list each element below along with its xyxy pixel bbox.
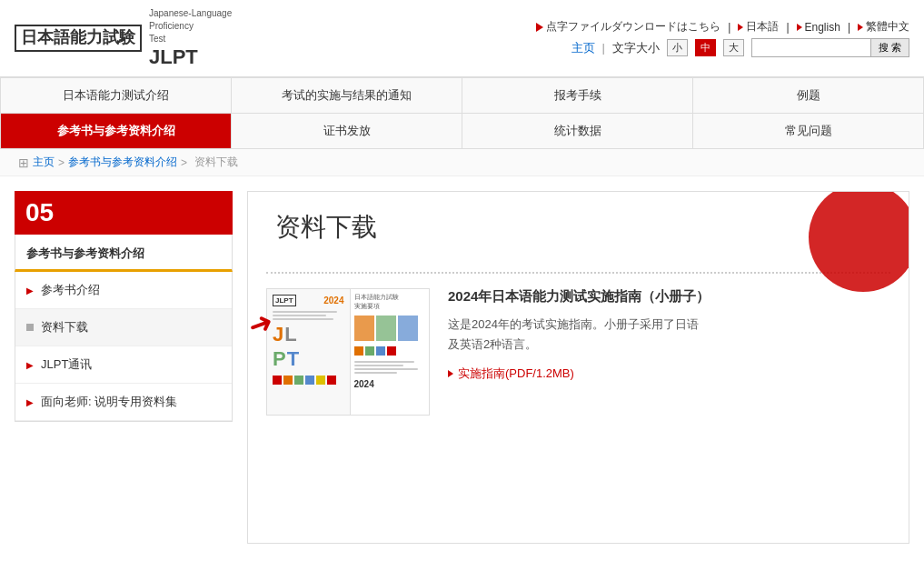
resource-item: JLPT 2024 J L (266, 288, 890, 416)
sidebar-item-reference-books[interactable]: ▶ 参考书介绍 (15, 272, 232, 309)
nav-item-faq[interactable]: 常见问题 (693, 114, 924, 149)
logo-jlpt: JLPT (149, 45, 232, 69)
sidebar-item-label: 资料下载 (41, 319, 88, 336)
gray-square-icon (26, 324, 34, 331)
search-input[interactable] (752, 40, 870, 56)
sidebar-header: 05 (15, 191, 233, 235)
nav-item-reference[interactable]: 参考书与参考资料介绍 (1, 114, 232, 149)
play-icon-ja (738, 24, 743, 31)
sidebar-item-label: JLPT通讯 (41, 356, 92, 373)
sidebar-item-newsletter[interactable]: ▶ JLPT通讯 (15, 346, 232, 384)
resource-image: JLPT 2024 J L (266, 288, 430, 416)
sidebar-menu: ▶ 参考书介绍 资料下载 ➜ ▶ JLPT通讯 ▶ 面向老师: 说明专用资料集 (15, 272, 233, 422)
nav-item-intro[interactable]: 日本语能力测试介绍 (1, 78, 232, 114)
resource-link-label: 实施指南(PDF/1.2MB) (458, 366, 574, 382)
home-link[interactable]: 主页 (571, 40, 595, 56)
page-title-area: 资料下载 (248, 192, 909, 272)
braille-link[interactable]: 点字ファイルダウンロードはこちら (536, 19, 720, 35)
breadcrumb: ⊞ 主页 > 参考书与参考资料介绍 > 资料下载 (0, 149, 924, 176)
nav-item-sample[interactable]: 例题 (693, 78, 924, 114)
top-nav-bottom: 主页 | 文字大小 小 中 大 搜 索 (571, 38, 909, 57)
resource-section: JLPT 2024 J L (248, 274, 909, 430)
resource-title: 2024年日本语能力测试实施指南（小册子） (448, 288, 890, 306)
nav-item-stats[interactable]: 统计数据 (462, 114, 693, 149)
logo-box: 日本語能力試験 (15, 25, 142, 52)
play-icon: ▶ (26, 397, 34, 407)
play-icon (536, 23, 543, 32)
top-nav: 点字ファイルダウンロードはこちら | 日本語 | English | 繁體中文 … (536, 19, 909, 57)
font-size-small[interactable]: 小 (667, 39, 688, 56)
main-content: 资料下载 JLPT 2024 (247, 191, 909, 544)
breadcrumb-icon: ⊞ (18, 155, 29, 170)
year-badge: 2024 (323, 296, 343, 306)
font-size-large[interactable]: 大 (723, 39, 744, 56)
resource-description: 这是2024年的考试实施指南。小册子采用了日语及英语2种语言。 (448, 315, 890, 355)
download-play-icon (448, 370, 453, 377)
page-title: 资料下载 (275, 210, 881, 245)
sidebar-number: 05 (25, 200, 54, 225)
content-area: 05 参考书与参考资料介绍 ▶ 参考书介绍 资料下载 ➜ ▶ JLPT通讯 ▶ … (0, 176, 924, 558)
lang-zh-link[interactable]: 繁體中文 (858, 19, 909, 35)
logo-subtext: Japanese-LanguageProficiencyTest (149, 7, 232, 45)
play-icon: ▶ (26, 360, 34, 370)
sidebar-item-label: 面向老师: 说明专用资料集 (41, 394, 177, 410)
nav-item-exam[interactable]: 考试的实施与结果的通知 (232, 78, 462, 114)
search-box: 搜 索 (751, 38, 909, 57)
main-nav: 日本语能力测试介绍 考试的实施与结果的通知 报考手续 例题 参考书与参考资料介绍… (0, 77, 924, 149)
sidebar-subtitle: 参考书与参考资料介绍 (15, 235, 233, 272)
nav-item-cert[interactable]: 证书发放 (232, 114, 462, 149)
play-icon: ▶ (26, 286, 34, 296)
logo-char: 日本語能力試験 (21, 28, 135, 46)
sidebar-item-downloads[interactable]: 资料下载 ➜ (15, 309, 232, 346)
font-size-label: 文字大小 (612, 40, 660, 56)
breadcrumb-home[interactable]: 主页 (33, 155, 55, 170)
lang-en-link[interactable]: English (797, 21, 840, 34)
sidebar-item-label: 参考书介绍 (41, 282, 100, 298)
logo-area: 日本語能力試験 Japanese-LanguageProficiencyTest… (15, 7, 232, 69)
jlpt-mini-logo: JLPT (273, 295, 296, 306)
logo-right: Japanese-LanguageProficiencyTest JLPT (149, 7, 232, 69)
sidebar-item-teacher-resources[interactable]: ▶ 面向老师: 说明专用资料集 (15, 384, 232, 421)
play-icon-en (797, 24, 802, 31)
top-nav-links: 点字ファイルダウンロードはこちら | 日本語 | English | 繁體中文 (536, 19, 909, 35)
breadcrumb-level1[interactable]: 参考书与参考资料介绍 (68, 155, 177, 170)
play-icon-zh (858, 24, 863, 31)
breadcrumb-level2: 资料下载 (194, 155, 238, 170)
resource-download-link[interactable]: 实施指南(PDF/1.2MB) (448, 366, 890, 382)
lang-ja-link[interactable]: 日本語 (738, 19, 779, 35)
search-button[interactable]: 搜 索 (870, 39, 909, 56)
resource-info: 2024年日本语能力测试实施指南（小册子） 这是2024年的考试实施指南。小册子… (448, 288, 890, 382)
sidebar: 05 参考书与参考资料介绍 ▶ 参考书介绍 资料下载 ➜ ▶ JLPT通讯 ▶ … (15, 191, 233, 544)
font-size-medium[interactable]: 中 (695, 39, 716, 56)
top-bar: 日本語能力試験 Japanese-LanguageProficiencyTest… (0, 0, 924, 77)
nav-item-apply[interactable]: 报考手续 (462, 78, 693, 114)
